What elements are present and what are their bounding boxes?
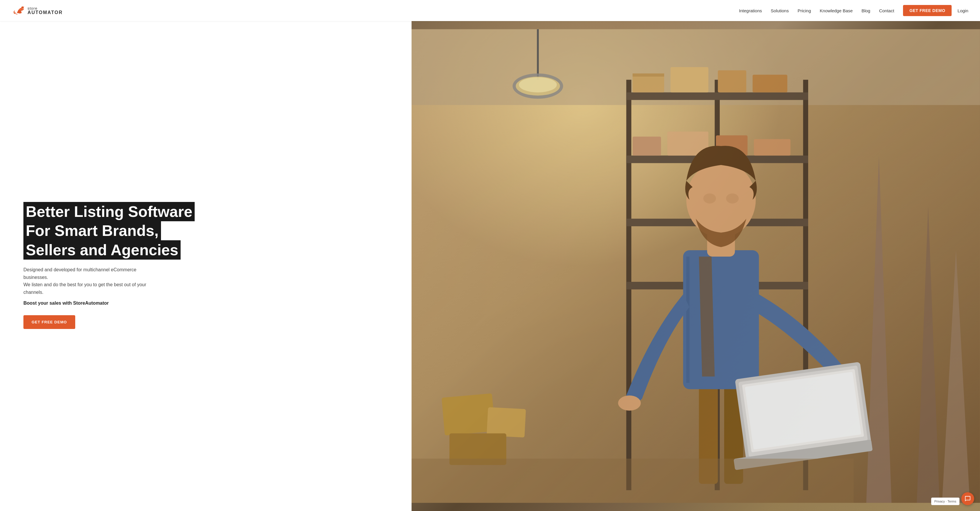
hero-background: [412, 21, 980, 511]
svg-rect-25: [487, 407, 526, 438]
svg-rect-18: [718, 70, 746, 92]
logo-store-label: store: [27, 6, 63, 10]
hero-heading-line1: Better Listing Software: [24, 202, 195, 221]
svg-rect-16: [633, 73, 664, 77]
hero-section: Better Listing Software For Smart Brands…: [0, 0, 980, 511]
hero-illustration: [412, 21, 980, 511]
hero-image-panel: [412, 21, 980, 511]
svg-rect-42: [412, 458, 854, 503]
hero-description: Designed and developed for multichannel …: [24, 266, 146, 296]
nav-pricing[interactable]: Pricing: [798, 8, 811, 13]
logo-bird-icon: [12, 4, 25, 17]
nav-get-free-demo-button[interactable]: GET FREE DEMO: [903, 5, 951, 16]
hero-heading-line3: Sellers and Agencies: [24, 240, 181, 259]
svg-rect-17: [671, 67, 708, 92]
nav-integrations[interactable]: Integrations: [739, 8, 762, 13]
nav-contact[interactable]: Contact: [879, 8, 894, 13]
svg-rect-30: [686, 257, 690, 383]
hero-boost-text: Boost your sales with StoreAutomator: [24, 301, 394, 306]
logo-automator-label: AUTOMATOR: [27, 10, 63, 15]
svg-rect-29: [683, 250, 759, 389]
main-nav: Integrations Solutions Pricing Knowledge…: [739, 5, 952, 16]
hero-heading: Better Listing Software For Smart Brands…: [24, 203, 394, 259]
chat-icon: [964, 495, 971, 502]
privacy-notice: Privacy · Terms: [931, 498, 959, 505]
svg-rect-20: [633, 137, 661, 156]
nav-knowledge-base[interactable]: Knowledge Base: [820, 8, 853, 13]
login-link[interactable]: Login: [958, 8, 968, 13]
hero-heading-line2: For Smart Brands,: [24, 221, 161, 240]
logo-link[interactable]: store AUTOMATOR: [12, 4, 63, 17]
nav-solutions[interactable]: Solutions: [771, 8, 789, 13]
svg-point-7: [519, 77, 557, 92]
svg-point-34: [686, 162, 756, 238]
chat-widget[interactable]: [961, 492, 974, 505]
svg-point-31: [618, 395, 641, 411]
hero-get-free-demo-button[interactable]: GET FREE DEMO: [24, 315, 75, 329]
svg-rect-19: [752, 75, 788, 92]
hero-left-panel: Better Listing Software For Smart Brands…: [0, 21, 412, 511]
svg-rect-11: [627, 92, 808, 100]
svg-rect-23: [754, 139, 791, 155]
svg-point-0: [21, 6, 24, 9]
svg-point-36: [726, 193, 739, 204]
header: store AUTOMATOR Integrations Solutions P…: [0, 0, 980, 21]
nav-blog[interactable]: Blog: [861, 8, 870, 13]
svg-point-35: [703, 193, 716, 204]
